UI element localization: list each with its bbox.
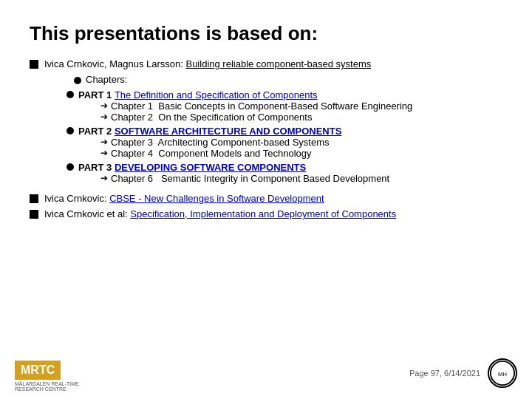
chapter2-text: Chapter 2 On the Specification of Compon… xyxy=(111,112,312,123)
chapter3-row: ➔ Chapter 3 Architecting Component-based… xyxy=(100,137,341,148)
chapter6-row: ➔ Chapter 6 Semantic Integrity in Compon… xyxy=(100,173,389,184)
part3-line: PART 3 DEVELOPING SOFTWARE COMPONENTS ➔ … xyxy=(66,162,502,184)
mrtc-subtitle: MÄLARDALEN REAL-TIME RESEARCH CENTRE xyxy=(15,381,103,392)
bullet-icon-2 xyxy=(30,194,38,203)
chapter1-text: Chapter 1 Basic Concepts in Component-Ba… xyxy=(111,100,412,112)
part2-link[interactable]: SOFTWARE ARCHITECTURE AND COMPONENTS xyxy=(115,126,341,137)
mrtc-logo: MRTC xyxy=(15,361,61,380)
part2-label: PART 2 xyxy=(78,126,115,137)
chapters-label-line: Chapters: xyxy=(74,74,502,85)
item1-prefix: Ivica Crnkovic, Magnus Larsson: xyxy=(44,58,185,69)
arrow6-icon: ➔ xyxy=(100,173,108,183)
main-content: Ivica Crnkovic, Magnus Larsson: Building… xyxy=(30,58,502,219)
chapter4-row: ➔ Chapter 4 Component Models and Technol… xyxy=(100,148,341,159)
part1-label: PART 1 xyxy=(78,89,115,100)
chapter1-row: ➔ Chapter 1 Basic Concepts in Component-… xyxy=(100,100,412,112)
part1-bullet-icon xyxy=(66,91,74,98)
part3-link[interactable]: DEVELOPING SOFTWARE COMPONENTS xyxy=(115,162,306,173)
item2-prefix: Ivica Crnkovic: xyxy=(44,193,109,204)
arrow1-icon: ➔ xyxy=(100,100,108,111)
malardalen-logo-icon: MH xyxy=(488,358,517,388)
arrow2-icon: ➔ xyxy=(100,112,108,122)
main-item-2: Ivica Crnkovic: CBSE - New Challenges in… xyxy=(30,193,502,204)
part1-content: PART 1 The Definition and Specification … xyxy=(78,89,412,123)
item3-link[interactable]: Specification, Implementation and Deploy… xyxy=(130,208,396,219)
item1-link[interactable]: Building reliable component-based system… xyxy=(185,58,371,69)
item2-content: Ivica Crnkovic: CBSE - New Challenges in… xyxy=(44,193,502,204)
slide-title: This presentations is based on: xyxy=(30,22,502,45)
page-info: Page 97, 6/14/2021 xyxy=(409,369,480,378)
item3-prefix: Ivica Crnkovic et al: xyxy=(44,208,130,219)
part2-content: PART 2 SOFTWARE ARCHITECTURE AND COMPONE… xyxy=(78,126,341,159)
bullet-icon-1 xyxy=(30,60,38,69)
arrow4-icon: ➔ xyxy=(100,148,108,158)
svg-text:MH: MH xyxy=(498,371,507,378)
footer-left: MRTC MÄLARDALEN REAL-TIME RESEARCH CENTR… xyxy=(15,361,103,392)
part3-content: PART 3 DEVELOPING SOFTWARE COMPONENTS ➔ … xyxy=(78,162,389,184)
chapters-label: Chapters: xyxy=(86,74,127,85)
chapter6-text: Chapter 6 Semantic Integrity in Componen… xyxy=(111,173,389,184)
chapters-section: Chapters: PART 1 The Definition and Spec… xyxy=(59,74,502,184)
main-item-3: Ivica Crnkovic et al: Specification, Imp… xyxy=(30,208,502,219)
chapter3-text: Chapter 3 Architecting Component-based S… xyxy=(111,137,330,148)
part3-label: PART 3 xyxy=(78,162,115,173)
item3-content: Ivica Crnkovic et al: Specification, Imp… xyxy=(44,208,502,219)
footer-right: Page 97, 6/14/2021 MH xyxy=(409,358,517,388)
part2-chapters: ➔ Chapter 3 Architecting Component-based… xyxy=(100,137,341,159)
part2-bullet-icon xyxy=(66,127,74,134)
chapters-bullet-icon xyxy=(74,77,81,84)
part3-chapters: ➔ Chapter 6 Semantic Integrity in Compon… xyxy=(100,173,389,184)
part1-chapters: ➔ Chapter 1 Basic Concepts in Component-… xyxy=(100,100,412,123)
arrow3-icon: ➔ xyxy=(100,137,108,147)
item2-link[interactable]: CBSE - New Challenges in Software Develo… xyxy=(109,193,324,204)
bullet-icon-3 xyxy=(30,210,38,219)
part2-line: PART 2 SOFTWARE ARCHITECTURE AND COMPONE… xyxy=(66,126,502,159)
item1-content: Ivica Crnkovic, Magnus Larsson: Building… xyxy=(44,58,502,187)
part1-line: PART 1 The Definition and Specification … xyxy=(66,89,502,123)
chapter4-text: Chapter 4 Component Models and Technolog… xyxy=(111,148,312,159)
slide: This presentations is based on: Ivica Cr… xyxy=(0,0,532,399)
main-item-1: Ivica Crnkovic, Magnus Larsson: Building… xyxy=(30,58,502,187)
part3-bullet-icon xyxy=(66,163,74,171)
chapter2-row: ➔ Chapter 2 On the Specification of Comp… xyxy=(100,112,412,123)
part1-link[interactable]: The Definition and Specification of Comp… xyxy=(115,89,318,100)
